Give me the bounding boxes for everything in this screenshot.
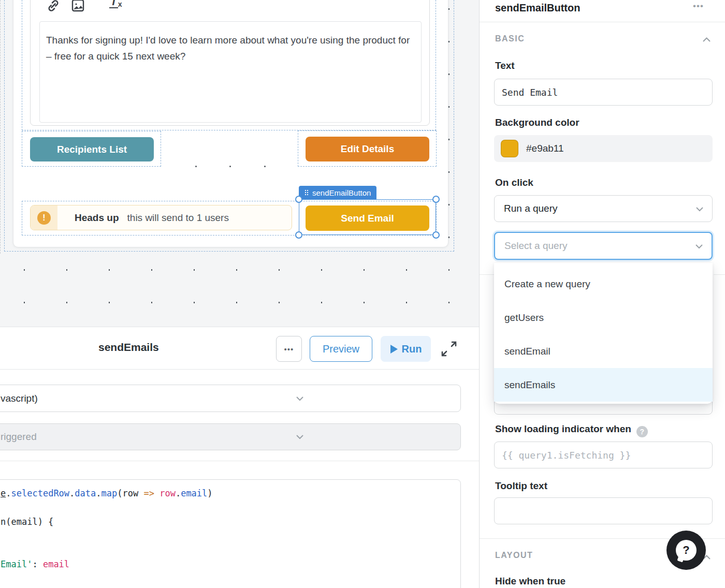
- text-field-label: Text: [495, 60, 515, 71]
- language-select[interactable]: vascript): [0, 385, 461, 412]
- code-line: n(email) {: [1, 517, 53, 527]
- dropdown-option-getusers[interactable]: getUsers: [494, 301, 713, 334]
- dropdown-option-sendemail[interactable]: sendEmail: [494, 334, 713, 368]
- query-select[interactable]: Select a query: [494, 232, 713, 260]
- drag-grip-icon[interactable]: [304, 189, 309, 196]
- chevron-down-icon: [296, 394, 304, 403]
- tooltip-text-input[interactable]: [494, 497, 713, 524]
- resize-handle-ne[interactable]: [432, 196, 440, 203]
- dropdown-option-create-query[interactable]: Create a new query: [494, 267, 713, 301]
- code-line: e.selectedRow.data.map(row => row.email): [1, 488, 213, 498]
- chevron-down-icon: [296, 432, 304, 442]
- grid-dot: [229, 166, 231, 167]
- collapse-chevron-up-icon[interactable]: [702, 35, 711, 45]
- alert-message: this will send to 1 users: [127, 212, 229, 224]
- onclick-select-value: Run a query: [504, 203, 558, 214]
- hide-when-true-label: Hide when true: [495, 576, 566, 587]
- trigger-select[interactable]: riggered: [0, 423, 461, 450]
- query-editor-panel: sendEmails ••• Preview Run vascript) rig…: [0, 327, 479, 588]
- warning-icon: !: [37, 211, 51, 225]
- section-divider: [0, 461, 479, 461]
- query-dropdown-menu: Create a new query getUsers sendEmail se…: [494, 263, 713, 404]
- expand-icon[interactable]: [440, 340, 458, 360]
- background-color-field[interactable]: #e9ab11: [494, 135, 713, 162]
- richtext-editor[interactable]: Tx Thanks for signing up! I'd love to le…: [30, 0, 430, 126]
- link-icon[interactable]: [46, 0, 61, 15]
- component-name-label: sendEmailButton: [312, 188, 371, 197]
- section-divider: [480, 274, 494, 275]
- preview-button[interactable]: Preview: [310, 336, 372, 362]
- text-field-input[interactable]: [494, 79, 713, 106]
- recipients-list-button[interactable]: Recipients List: [30, 137, 154, 161]
- tooltip-text-label: Tooltip text: [495, 480, 547, 492]
- heads-up-alert[interactable]: ! Heads up this will send to 1 users: [30, 205, 292, 230]
- chevron-down-icon: [695, 240, 703, 252]
- loading-indicator-label: Show loading indicator when?: [495, 423, 648, 437]
- help-chat-icon: ?: [676, 540, 697, 561]
- color-hex-value: #e9ab11: [526, 143, 564, 154]
- code-line: Email': email: [1, 559, 69, 569]
- outer-frame-dashed-edge: [0, 0, 1, 254]
- editor-text-area[interactable]: Thanks for signing up! I'd love to learn…: [39, 21, 422, 123]
- editor-body-text: Thanks for signing up! I'd love to learn…: [46, 32, 415, 64]
- resize-handle-sw[interactable]: [295, 231, 302, 239]
- resize-handle-nw[interactable]: [295, 196, 302, 203]
- grid-dot: [264, 166, 266, 167]
- layout-section-header: LAYOUT: [495, 551, 533, 560]
- inspector-panel: sendEmailButton ••• BASIC Text Backgroun…: [479, 0, 725, 588]
- grid-dot: [195, 166, 197, 167]
- loading-indicator-input[interactable]: [494, 442, 713, 468]
- edit-details-button[interactable]: Edit Details: [306, 137, 429, 161]
- run-button[interactable]: Run: [381, 336, 431, 362]
- code-editor[interactable]: e.selectedRow.data.map(row => row.email)…: [0, 479, 461, 588]
- chevron-down-icon: [695, 203, 704, 214]
- query-more-button[interactable]: •••: [276, 336, 302, 362]
- clear-formatting-icon[interactable]: Tx: [109, 0, 122, 8]
- send-email-button[interactable]: Send Email: [306, 205, 429, 231]
- header-divider: [480, 22, 725, 22]
- query-select-placeholder: Select a query: [504, 240, 567, 252]
- query-title: sendEmails: [98, 341, 159, 354]
- alert-icon-strip: !: [31, 205, 57, 230]
- dropdown-option-sendemails[interactable]: sendEmails: [494, 368, 713, 402]
- component-name-tag[interactable]: sendEmailButton: [299, 186, 376, 199]
- image-icon[interactable]: [71, 0, 85, 14]
- resize-handle-se[interactable]: [432, 231, 440, 239]
- app-canvas: Tx Thanks for signing up! I'd love to le…: [0, 0, 479, 327]
- alert-title: Heads up: [75, 212, 119, 224]
- background-color-label: Background color: [495, 117, 579, 128]
- section-divider: [714, 274, 725, 275]
- inspector-title: sendEmailButton: [495, 2, 580, 14]
- help-button[interactable]: ?: [666, 531, 706, 570]
- color-swatch[interactable]: [501, 140, 518, 157]
- basic-section-header: BASIC: [495, 34, 525, 43]
- play-icon: [390, 345, 398, 354]
- onclick-select[interactable]: Run a query: [494, 195, 713, 222]
- language-select-value: vascript): [1, 393, 38, 404]
- onclick-label: On click: [495, 177, 533, 188]
- inspector-more-button[interactable]: •••: [693, 1, 704, 11]
- trigger-select-value: riggered: [1, 431, 37, 443]
- help-tooltip-icon[interactable]: ?: [636, 426, 648, 437]
